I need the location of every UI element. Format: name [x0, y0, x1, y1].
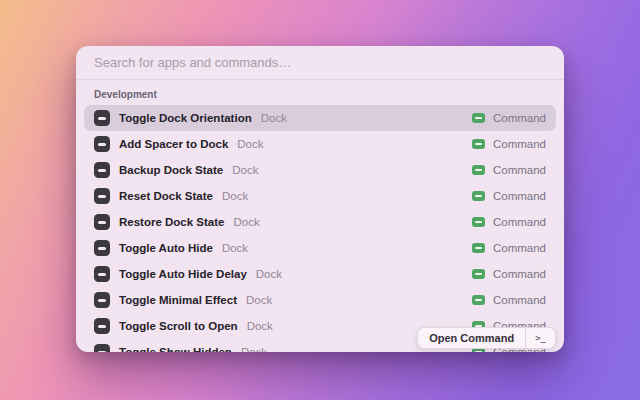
open-command-hint[interactable]: Open Command >_ [417, 327, 556, 349]
command-type-badge: Command [493, 242, 546, 254]
list-item[interactable]: Reset Dock State Dock Command [84, 183, 556, 209]
list-item[interactable]: Backup Dock State Dock Command [84, 157, 556, 183]
command-subtitle: Dock [256, 268, 282, 280]
search-input[interactable] [94, 55, 546, 70]
command-title: Toggle Minimal Effect [119, 294, 237, 306]
command-subtitle: Dock [247, 320, 273, 332]
list-item[interactable]: Toggle Auto Hide Delay Dock Command [84, 261, 556, 287]
list-item[interactable]: Add Spacer to Dock Dock Command [84, 131, 556, 157]
command-title: Toggle Auto Hide Delay [119, 268, 247, 280]
command-subtitle: Dock [232, 164, 258, 176]
command-title: Reset Dock State [119, 190, 213, 202]
command-title: Toggle Scroll to Open [119, 320, 238, 332]
dock-icon [94, 214, 110, 230]
dock-extension-icon [472, 113, 485, 123]
command-type-badge: Command [493, 216, 546, 228]
dock-icon [94, 240, 110, 256]
dock-extension-icon [472, 269, 485, 279]
dock-icon [94, 344, 110, 352]
terminal-prompt-key-icon: >_ [525, 328, 555, 348]
command-title: Backup Dock State [119, 164, 223, 176]
dock-extension-icon [472, 165, 485, 175]
command-subtitle: Dock [222, 190, 248, 202]
command-title: Toggle Dock Orientation [119, 112, 252, 124]
command-subtitle: Dock [261, 112, 287, 124]
list-item[interactable]: Toggle Auto Hide Dock Command [84, 235, 556, 261]
dock-icon [94, 318, 110, 334]
command-title: Toggle Show Hidden [119, 346, 232, 352]
command-type-badge: Command [493, 294, 546, 306]
command-subtitle: Dock [222, 242, 248, 254]
dock-icon [94, 110, 110, 126]
dock-icon [94, 188, 110, 204]
dock-extension-icon [472, 217, 485, 227]
section-header-development: Development [94, 89, 546, 100]
command-title: Restore Dock State [119, 216, 224, 228]
list-item[interactable]: Restore Dock State Dock Command [84, 209, 556, 235]
list-item[interactable]: Toggle Dock Orientation Dock Command [84, 105, 556, 131]
command-type-badge: Command [493, 138, 546, 150]
dock-extension-icon [472, 295, 485, 305]
command-list: Development Toggle Dock Orientation Dock… [76, 89, 564, 352]
command-type-badge: Command [493, 164, 546, 176]
dock-icon [94, 292, 110, 308]
list-item[interactable]: Toggle Minimal Effect Dock Command [84, 287, 556, 313]
command-subtitle: Dock [241, 346, 267, 352]
dock-icon [94, 266, 110, 282]
search-bar [76, 46, 564, 80]
open-command-hint-label: Open Command [418, 328, 525, 348]
command-palette-window: Development Toggle Dock Orientation Dock… [76, 46, 564, 352]
command-type-badge: Command [493, 268, 546, 280]
dock-icon [94, 136, 110, 152]
dock-icon [94, 162, 110, 178]
command-type-badge: Command [493, 190, 546, 202]
command-subtitle: Dock [246, 294, 272, 306]
dock-extension-icon [472, 243, 485, 253]
command-subtitle: Dock [233, 216, 259, 228]
command-type-badge: Command [493, 112, 546, 124]
dock-extension-icon [472, 191, 485, 201]
command-subtitle: Dock [237, 138, 263, 150]
dock-extension-icon [472, 139, 485, 149]
command-title: Add Spacer to Dock [119, 138, 228, 150]
command-title: Toggle Auto Hide [119, 242, 213, 254]
